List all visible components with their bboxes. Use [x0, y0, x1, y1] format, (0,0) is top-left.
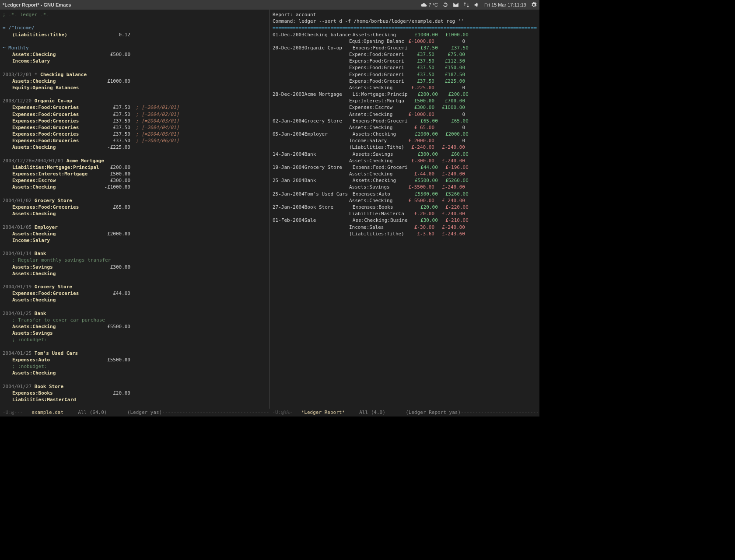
report-row: Assets:Checking£-225.000 [273, 84, 537, 91]
report-row: 20-Dec-2003Organic Co-opExpens:Food:Groc… [273, 45, 537, 51]
report-row: Expens:Food:Groceries£37.50£150.00 [273, 64, 537, 71]
report-row: Income:Salary£-2000.000 [273, 137, 537, 144]
report-row: 27-Jan-2004Book StoreExpenses:Books£20.0… [273, 204, 537, 210]
cloud-icon [421, 2, 427, 8]
report-row: 19-Jan-2004Grocery StoreExpens:Food:Groc… [273, 164, 537, 171]
report-row: 25-Jan-2004Tom's Used CarsExpenses:Auto£… [273, 191, 537, 197]
txn-header: 2003/12/01 * Checking balance [3, 71, 267, 78]
report-command: Command: ledger --sort d -f /home/borbus… [273, 18, 537, 24]
report-row: 05-Jan-2004EmployerAssets:Checking£2000.… [273, 131, 537, 137]
txn-header: 2003/12/20 Organic Co-op [3, 98, 267, 104]
weather-text: 7 °C [428, 2, 438, 7]
txn-header: 2003/12/28=2004/01/01 Acme Mortgage [3, 158, 267, 164]
volume-icon[interactable] [474, 2, 480, 8]
weather-indicator[interactable]: 7 °C [421, 2, 438, 8]
ledger-source-buffer[interactable]: ; -*- ledger -*- = /^Income/(Liabilities… [0, 10, 270, 409]
report-row: Expenses:Escrow£300.00£1000.00 [273, 104, 537, 111]
report-row: Expens:Food:Groceries£37.50£112.50 [273, 58, 537, 64]
titlebar: *Ledger Report* - GNU Emacs 7 °C Fri 15 … [0, 0, 539, 10]
report-row: Liabilitie:MasterCard£-20.00£-240.00 [273, 210, 537, 217]
report-row: Expens:Food:Groceries£37.50£225.00 [273, 78, 537, 84]
txn-header: 2004/01/14 Bank [3, 250, 267, 257]
refresh-icon[interactable] [442, 2, 448, 8]
editor-workspace: ; -*- ledger -*- = /^Income/(Liabilities… [0, 10, 539, 409]
clock[interactable]: Fri 15 Mar 17:11:19 [484, 2, 526, 7]
report-row: Assets:Checking£-1000.000 [273, 111, 537, 118]
report-row: Expens:Food:Groceries£37.50£75.00 [273, 51, 537, 58]
report-row: 01-Feb-2004SaleAss:Checking:Business£30.… [273, 217, 537, 224]
txn-header: 2004/01/05 Employer [3, 224, 267, 231]
report-row: Income:Sales£-30.00£-240.00 [273, 224, 537, 231]
window-title: *Ledger Report* - GNU Emacs [3, 2, 71, 7]
system-tray: 7 °C Fri 15 Mar 17:11:19 [421, 2, 537, 8]
report-row: 02-Jan-2004Grocery StoreExpens:Food:Groc… [273, 118, 537, 124]
settings-icon[interactable] [531, 2, 537, 8]
report-row: 01-Dec-2003Checking balanceAssets:Checki… [273, 32, 537, 38]
txn-header: 2004/01/27 Book Store [3, 383, 267, 390]
txn-header: 2004/01/19 Grocery Store [3, 284, 267, 290]
report-row: Assets:Checking£-5500.00£-240.00 [273, 197, 537, 204]
report-row: Exp:Interest:Mortgage£500.00£700.00 [273, 98, 537, 104]
txn-header: 2004/01/25 Tom's Used Cars [3, 350, 267, 357]
report-row: 25-Jan-2004BankAssets:Checking£5500.00£5… [273, 177, 537, 184]
report-title: Report: account [273, 11, 537, 18]
report-row: (Liabilities:Tithe)£-3.60£-243.60 [273, 231, 537, 237]
report-row: 28-Dec-2003Acme MortgageLi:Mortgage:Prin… [273, 91, 537, 98]
report-separator: ========================================… [273, 24, 537, 31]
report-row: Expens:Food:Groceries£37.50£187.50 [273, 71, 537, 78]
modeline: -U:@--- example.dat All (64,0) (Ledger y… [0, 409, 539, 416]
modeline-left: -U:@--- example.dat All (64,0) (Ledger y… [0, 409, 270, 416]
report-row: Assets:Checking£-44.00£-240.00 [273, 171, 537, 177]
ledger-report-buffer[interactable]: Report: accountCommand: ledger --sort d … [270, 10, 539, 409]
report-row: Assets:Checking£-65.000 [273, 124, 537, 131]
txn-header: 2004/01/25 Bank [3, 310, 267, 317]
report-row: 14-Jan-2004BankAssets:Savings£300.00£60.… [273, 151, 537, 158]
file-header-comment: ; -*- ledger -*- [3, 11, 267, 18]
report-row: Assets:Checking£-300.00£-240.00 [273, 158, 537, 164]
modeline-right: -U:@%%- *Ledger Report* All (4,0) (Ledge… [270, 409, 540, 416]
network-icon[interactable] [463, 2, 469, 8]
report-row: (Liabilities:Tithe)£-240.00£-240.00 [273, 144, 537, 150]
mail-icon[interactable] [453, 2, 459, 8]
txn-header: 2004/01/02 Grocery Store [3, 197, 267, 204]
report-row: Equi:Opening Balances£-1000.000 [273, 38, 537, 45]
report-row: Assets:Savings£-5500.00£-240.00 [273, 184, 537, 190]
